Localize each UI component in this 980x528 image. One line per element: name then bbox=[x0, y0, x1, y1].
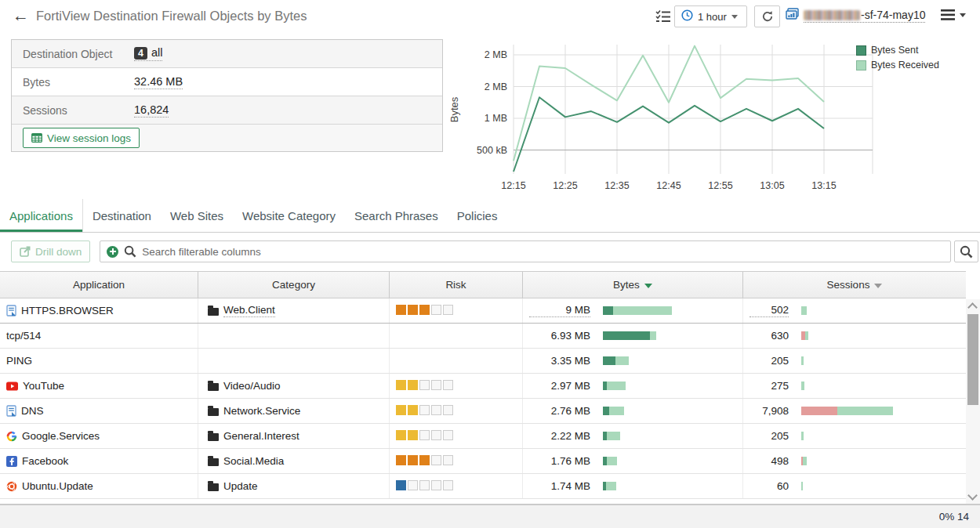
table-scrollbar[interactable] bbox=[966, 299, 980, 504]
device-selector[interactable]: -sf-74-may10 bbox=[786, 8, 925, 24]
application-name[interactable]: PING bbox=[6, 355, 32, 367]
sessions-value[interactable]: 16,824 bbox=[134, 103, 169, 118]
table-row[interactable]: PING3.35 MB205 bbox=[0, 349, 966, 374]
application-name[interactable]: tcp/514 bbox=[6, 330, 41, 342]
bytes-value[interactable]: 1.76 MB bbox=[529, 455, 590, 467]
time-range-dropdown[interactable]: 1 hour bbox=[674, 5, 747, 27]
refresh-icon bbox=[761, 10, 774, 23]
folder-icon bbox=[208, 483, 219, 491]
table-row[interactable]: Google.ServicesGeneral.Interest2.22 MB20… bbox=[0, 424, 966, 449]
tab-search-phrases[interactable]: Search Phrases bbox=[345, 199, 448, 232]
risk-cell bbox=[390, 424, 523, 448]
table-row[interactable]: YouTubeVideo/Audio2.97 MB275 bbox=[0, 374, 966, 399]
bytes-cell: 1.74 MB bbox=[523, 474, 743, 498]
refresh-button[interactable] bbox=[754, 5, 780, 27]
sessions-bar bbox=[801, 356, 804, 365]
google-icon bbox=[6, 431, 17, 442]
sessions-value[interactable]: 498 bbox=[750, 455, 789, 467]
search-submit-button[interactable] bbox=[954, 240, 978, 262]
facebook-icon bbox=[6, 456, 17, 467]
clock-icon bbox=[681, 9, 693, 24]
scroll-up-icon[interactable] bbox=[967, 302, 978, 313]
summary-row-sessions: Sessions 16,824 bbox=[12, 96, 442, 125]
bytes-value[interactable]: 1.74 MB bbox=[529, 480, 590, 492]
column-header-bytes[interactable]: Bytes bbox=[523, 272, 743, 298]
line-chart: 2 MB2 MB1 MB500 kB12:1512:2512:3512:4512… bbox=[447, 35, 886, 200]
sessions-cell: 7,908 bbox=[743, 399, 966, 423]
application-name[interactable]: HTTPS.BROWSER bbox=[21, 305, 114, 316]
category-name[interactable]: Web.Client bbox=[223, 304, 275, 317]
application-name[interactable]: YouTube bbox=[23, 380, 64, 392]
category-name[interactable]: General.Interest bbox=[223, 430, 299, 442]
table-body: HTTPS.BROWSERWeb.Client9 MB502tcp/5146.9… bbox=[0, 298, 966, 499]
scroll-down-icon[interactable] bbox=[967, 490, 978, 501]
fortiview-screen: ← FortiView Destination Firewall Objects… bbox=[0, 0, 980, 528]
application-name[interactable]: DNS bbox=[21, 405, 44, 417]
tab-policies[interactable]: Policies bbox=[448, 199, 507, 232]
risk-level-indicator bbox=[396, 480, 455, 493]
sessions-value[interactable]: 205 bbox=[750, 355, 789, 367]
sessions-value[interactable]: 60 bbox=[750, 480, 789, 492]
tab-web-sites[interactable]: Web Sites bbox=[161, 199, 233, 232]
bytes-value[interactable]: 2.97 MB bbox=[529, 380, 590, 392]
sessions-value[interactable]: 502 bbox=[750, 304, 789, 317]
bytes-bar bbox=[603, 306, 672, 315]
category-name[interactable]: Video/Audio bbox=[223, 380, 281, 392]
bytes-bar bbox=[603, 432, 620, 440]
table-row[interactable]: Ubuntu.UpdateUpdate1.74 MB60 bbox=[0, 474, 966, 499]
bytes-cell: 3.35 MB bbox=[523, 349, 743, 373]
summary-row-destination-object: Destination Object 4all bbox=[12, 40, 442, 68]
bytes-value[interactable]: 6.93 MB bbox=[529, 330, 590, 342]
category-name[interactable]: Update bbox=[223, 480, 258, 492]
table-row[interactable]: tcp/5146.93 MB630 bbox=[0, 324, 966, 349]
back-icon[interactable]: ← bbox=[13, 6, 29, 25]
svg-text:12:15: 12:15 bbox=[501, 180, 525, 191]
main-menu-button[interactable] bbox=[941, 9, 966, 20]
risk-cell bbox=[390, 399, 523, 423]
tab-applications[interactable]: Applications bbox=[0, 199, 83, 232]
bytes-value[interactable]: 3.35 MB bbox=[529, 355, 590, 367]
application-name[interactable]: Google.Services bbox=[22, 430, 100, 442]
folder-icon bbox=[208, 458, 219, 466]
sessions-value[interactable]: 7,908 bbox=[750, 405, 789, 417]
table-row[interactable]: HTTPS.BROWSERWeb.Client9 MB502 bbox=[0, 298, 966, 324]
table-row[interactable]: FacebookSocial.Media1.76 MB498 bbox=[0, 449, 966, 474]
table-row[interactable]: DNSNetwork.Service2.76 MB7,908 bbox=[0, 399, 966, 424]
column-header-risk[interactable]: Risk bbox=[390, 272, 523, 298]
bytes-cell: 2.76 MB bbox=[523, 399, 743, 423]
scrollbar-thumb[interactable] bbox=[967, 314, 978, 405]
risk-level-indicator bbox=[396, 305, 455, 317]
sessions-value[interactable]: 275 bbox=[750, 380, 789, 392]
summary-row-bytes: Bytes 32.46 MB bbox=[12, 68, 442, 96]
column-header-sessions[interactable]: Sessions bbox=[743, 272, 966, 298]
view-mode-checklist-icon[interactable] bbox=[655, 9, 670, 26]
sessions-cell: 60 bbox=[743, 474, 966, 498]
bytes-value[interactable]: 9 MB bbox=[529, 304, 590, 317]
application-name[interactable]: Ubuntu.Update bbox=[22, 480, 93, 492]
filter-search-box[interactable] bbox=[100, 240, 951, 262]
view-session-logs-button[interactable]: View session logs bbox=[23, 128, 140, 148]
svg-text:12:55: 12:55 bbox=[708, 180, 732, 191]
sessions-bar bbox=[801, 457, 807, 465]
category-name[interactable]: Social.Media bbox=[223, 455, 284, 467]
hamburger-icon bbox=[941, 9, 955, 20]
column-header-application[interactable]: Application bbox=[0, 272, 198, 298]
add-filter-icon[interactable] bbox=[107, 246, 118, 258]
sessions-value[interactable]: 205 bbox=[750, 430, 789, 442]
application-name[interactable]: Facebook bbox=[22, 455, 68, 467]
summary-label: Bytes bbox=[23, 76, 134, 89]
tab-website-category[interactable]: Website Category bbox=[233, 199, 345, 232]
drill-down-button[interactable]: Drill down bbox=[11, 240, 90, 262]
tab-destination[interactable]: Destination bbox=[83, 199, 161, 232]
risk-cell bbox=[390, 474, 523, 498]
category-name[interactable]: Network.Service bbox=[223, 405, 300, 417]
search-input[interactable] bbox=[142, 246, 944, 258]
column-header-category[interactable]: Category bbox=[198, 272, 390, 298]
bytes-value[interactable]: 2.22 MB bbox=[529, 430, 590, 442]
bytes-value[interactable]: 2.76 MB bbox=[529, 405, 590, 417]
summary-panel: Destination Object 4all Bytes 32.46 MB S… bbox=[11, 39, 443, 152]
destination-object-value[interactable]: 4all bbox=[134, 46, 162, 61]
bytes-value[interactable]: 32.46 MB bbox=[134, 75, 183, 89]
sessions-value[interactable]: 630 bbox=[750, 330, 789, 342]
category-cell: Video/Audio bbox=[198, 374, 390, 398]
